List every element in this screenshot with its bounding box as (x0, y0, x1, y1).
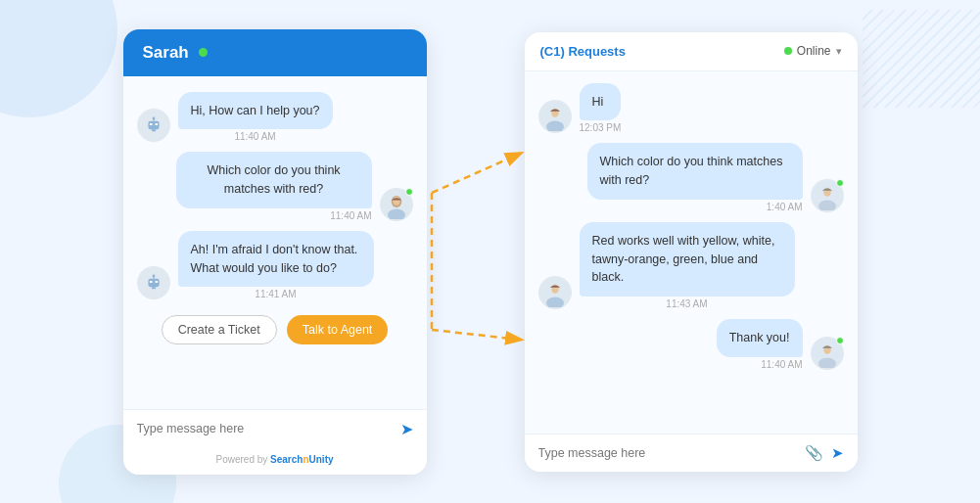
user-message-1-col: Which color do you think matches with re… (176, 152, 372, 221)
agent-message-2-time: 1:40 AM (767, 202, 803, 212)
bot-send-icon[interactable]: ➤ (400, 420, 413, 438)
svg-rect-13 (149, 281, 152, 283)
bot-bubble-1: Hi, How can I help you? (178, 92, 333, 130)
agent-user-avatar-1 (538, 100, 572, 133)
bot-widget-header: Sarah (123, 29, 427, 76)
agent-online-dot-2 (836, 179, 844, 187)
bot-message-1-col: Hi, How can I help you? 11:40 AM (178, 92, 333, 143)
svg-rect-2 (149, 123, 152, 125)
agent-header-right: Online ▾ (784, 44, 842, 58)
talk-to-agent-button[interactable]: Talk to Agent (287, 315, 389, 344)
action-buttons: Create a Ticket Talk to Agent (137, 309, 413, 348)
create-ticket-button[interactable]: Create a Ticket (162, 315, 277, 344)
bot-chat-input[interactable] (137, 422, 400, 435)
svg-rect-3 (155, 123, 158, 125)
bot-message-1-time: 11:40 AM (178, 131, 333, 142)
user-avatar-wrap-1 (380, 188, 413, 221)
user-online-dot-1 (405, 188, 413, 196)
agent-header-chevron[interactable]: ▾ (836, 45, 842, 58)
svg-rect-1 (148, 121, 159, 129)
bot-input-area: ➤ (123, 409, 427, 448)
bot-message-2-row: Ah! I'm afraid I don't know that. What w… (137, 231, 413, 300)
bot-online-indicator (199, 48, 208, 57)
bot-widget: Sarah Hi, How can (123, 29, 427, 475)
svg-point-10 (393, 197, 400, 206)
svg-rect-14 (155, 281, 158, 283)
user-message-1-time: 11:40 AM (330, 210, 371, 221)
bot-bubble-2: Ah! I'm afraid I don't know that. What w… (178, 231, 374, 288)
agent-header-title: (C1) Requests (540, 44, 626, 59)
agent-avatar-wrap-2 (811, 179, 844, 212)
agent-message-3-col: Red works well with yellow, white, tawny… (580, 222, 795, 309)
bot-message-2-time: 11:41 AM (178, 289, 374, 299)
agent-message-3-time: 11:43 AM (580, 298, 795, 309)
bot-message-2-col: Ah! I'm afraid I don't know that. What w… (178, 231, 374, 300)
powered-by: Powered by SearchnUnity (123, 448, 427, 475)
agent-avatar-wrap-4 (811, 337, 844, 370)
attach-icon[interactable]: 📎 (805, 444, 823, 462)
agent-message-1-time: 12:03 PM (580, 122, 622, 133)
agent-bubble-4: Thank you! (717, 319, 803, 357)
bot-widget-title: Sarah (143, 43, 189, 63)
user-message-1-row: Which color do you think matches with re… (137, 152, 413, 221)
agent-message-4-time: 11:40 AM (761, 359, 802, 370)
agent-widget-header: (C1) Requests Online ▾ (525, 32, 858, 71)
agent-bubble-2: Which color do you think matches with re… (587, 143, 803, 200)
arrow-container (427, 95, 525, 408)
dashed-arrows-svg (427, 95, 525, 408)
agent-action-icons: 📎 ➤ (805, 444, 844, 462)
agent-message-3-row: Red works well with yellow, white, tawny… (538, 222, 844, 309)
agent-online-dot-4 (836, 337, 844, 344)
bot-widget-body: Hi, How can I help you? 11:40 AM (123, 76, 427, 409)
bot-avatar-1 (137, 109, 170, 142)
agent-message-4-col: Thank you! 11:40 AM (717, 319, 803, 370)
agent-bubble-1: Hi (580, 83, 622, 121)
svg-point-6 (152, 117, 155, 120)
agent-widget: (C1) Requests Online ▾ Hi (525, 32, 858, 472)
agent-message-1-row: Hi 12:03 PM (538, 83, 844, 134)
svg-rect-4 (151, 129, 155, 131)
agent-message-2-col: Which color do you think matches with re… (587, 143, 803, 212)
agent-online-dot (784, 47, 792, 55)
svg-rect-15 (151, 287, 155, 289)
agent-online-text: Online (797, 44, 831, 58)
bot-avatar-2 (137, 266, 170, 299)
agent-message-1-col: Hi 12:03 PM (580, 83, 622, 134)
svg-rect-12 (148, 279, 159, 287)
agent-user-avatar-3 (538, 276, 572, 309)
agent-input-area: 📎 ➤ (525, 434, 858, 472)
user-bubble-1: Which color do you think matches with re… (176, 152, 372, 208)
svg-point-17 (152, 275, 155, 278)
main-container: Sarah Hi, How can (0, 0, 980, 503)
agent-chat-input[interactable] (538, 446, 805, 460)
agent-send-icon[interactable]: ➤ (831, 444, 844, 462)
agent-bubble-3: Red works well with yellow, white, tawny… (580, 222, 795, 297)
bot-message-1-row: Hi, How can I help you? 11:40 AM (137, 92, 413, 143)
agent-message-2-row: Which color do you think matches with re… (538, 143, 844, 212)
agent-message-4-row: Thank you! 11:40 AM (538, 319, 844, 370)
agent-widget-body: Hi 12:03 PM (525, 71, 858, 434)
